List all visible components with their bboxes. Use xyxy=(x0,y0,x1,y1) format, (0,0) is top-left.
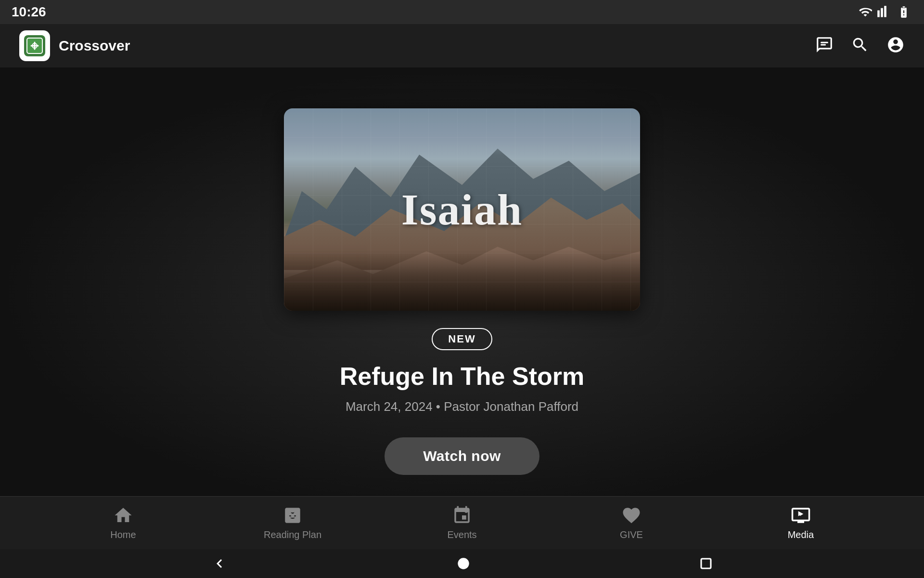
nav-label-home: Home xyxy=(110,529,136,540)
nav-item-reading-plan[interactable]: Reading Plan xyxy=(264,505,321,540)
status-icons xyxy=(859,5,912,19)
status-bar: 10:26 xyxy=(0,0,924,24)
svg-point-6 xyxy=(464,510,468,513)
signal-icon xyxy=(877,5,890,19)
app-title: Crossover xyxy=(59,38,130,54)
reading-plan-icon xyxy=(282,505,303,525)
nav-item-home[interactable]: Home xyxy=(94,505,152,540)
svg-rect-4 xyxy=(821,44,826,45)
bottom-nav: Home Reading Plan Events GIVE Media xyxy=(0,496,924,549)
app-logo xyxy=(19,30,50,61)
app-bar: Crossover xyxy=(0,24,924,67)
svg-rect-3 xyxy=(821,42,828,43)
thumbnail-series-title: Isaiah xyxy=(401,184,523,235)
nav-item-give[interactable]: GIVE xyxy=(603,505,660,540)
nav-label-give: GIVE xyxy=(620,529,643,540)
give-icon xyxy=(621,505,642,525)
recents-button[interactable] xyxy=(699,556,713,571)
nav-item-media[interactable]: Media xyxy=(772,505,830,540)
svg-point-7 xyxy=(458,558,469,569)
sermon-thumbnail[interactable]: Isaiah xyxy=(284,108,640,311)
nav-label-reading-plan: Reading Plan xyxy=(264,529,321,540)
back-button[interactable] xyxy=(211,555,228,572)
nav-label-media: Media xyxy=(788,529,814,540)
system-nav-bar xyxy=(0,549,924,578)
sermon-title: Refuge In The Storm xyxy=(340,362,584,391)
events-icon xyxy=(452,505,472,525)
nav-item-events[interactable]: Events xyxy=(433,505,491,540)
home-icon xyxy=(113,505,133,525)
media-icon xyxy=(791,505,811,525)
svg-rect-8 xyxy=(701,559,711,568)
status-time: 10:26 xyxy=(12,4,46,20)
main-content: Isaiah NEW Refuge In The Storm March 24,… xyxy=(0,67,924,515)
search-icon[interactable] xyxy=(851,36,869,56)
messages-icon[interactable] xyxy=(815,36,834,56)
home-button[interactable] xyxy=(457,557,470,570)
nav-label-events: Events xyxy=(447,529,476,540)
app-bar-actions xyxy=(815,36,905,56)
watch-now-button[interactable]: Watch now xyxy=(385,437,539,475)
crossover-logo-icon xyxy=(24,35,45,56)
sermon-meta: March 24, 2024 • Pastor Jonathan Pafford xyxy=(346,399,578,414)
app-bar-left: Crossover xyxy=(19,30,130,61)
svg-rect-5 xyxy=(291,509,295,512)
new-badge: NEW xyxy=(432,328,492,350)
thumbnail-bg: Isaiah xyxy=(284,108,640,311)
battery-icon xyxy=(895,5,912,19)
profile-icon[interactable] xyxy=(886,36,905,56)
wifi-icon xyxy=(859,5,872,19)
